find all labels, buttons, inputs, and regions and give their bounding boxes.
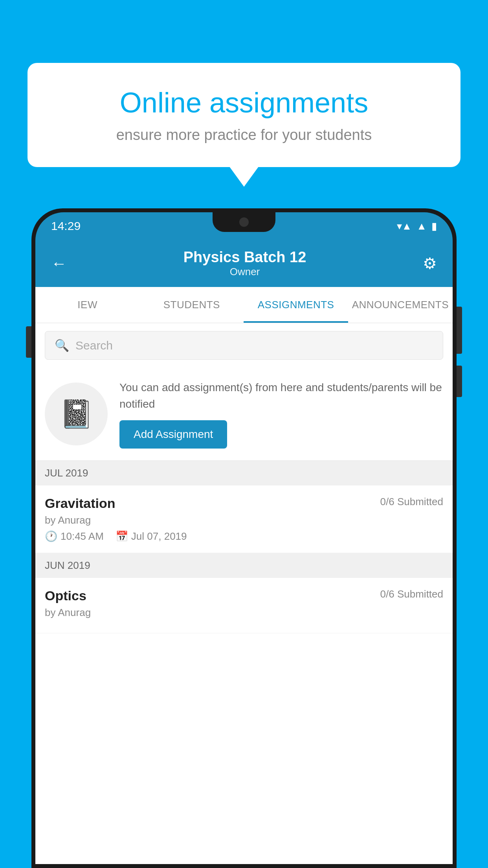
header-title: Physics Batch 12 — [183, 249, 306, 266]
assignment-submitted: 0/6 Submitted — [380, 496, 443, 508]
assignment-top-row-optics: Optics 0/6 Submitted — [45, 588, 443, 603]
tab-announcements[interactable]: ANNOUNCEMENTS — [348, 287, 453, 323]
assignment-title-optics: Optics — [45, 588, 86, 603]
app-header: ← Physics Batch 12 Owner ⚙ — [35, 240, 453, 287]
assignment-submitted-optics: 0/6 Submitted — [380, 588, 443, 600]
status-icons: ▾▲ ▲ ▮ — [397, 220, 437, 232]
search-icon: 🔍 — [55, 338, 69, 352]
assignment-meta: 🕐 10:45 AM 📅 Jul 07, 2019 — [45, 530, 443, 542]
speech-bubble-title: Online assignments — [55, 86, 433, 119]
speech-bubble: Online assignments ensure more practice … — [28, 63, 460, 167]
promo-description: You can add assignment(s) from here and … — [119, 379, 443, 412]
tab-assignments[interactable]: ASSIGNMENTS — [244, 287, 348, 323]
camera — [239, 217, 249, 227]
speech-bubble-container: Online assignments ensure more practice … — [28, 63, 460, 167]
phone-screen: 14:29 ▾▲ ▲ ▮ ← Physics Batch 12 Owner ⚙ … — [35, 212, 453, 864]
clock-icon: 🕐 — [45, 530, 57, 542]
tab-students[interactable]: STUDENTS — [139, 287, 244, 323]
assignment-time: 🕐 10:45 AM — [45, 530, 104, 542]
assignment-title: Gravitation — [45, 496, 115, 511]
header-title-group: Physics Batch 12 Owner — [183, 249, 306, 278]
assignment-by-optics: by Anurag — [45, 607, 443, 619]
header-subtitle: Owner — [183, 266, 306, 278]
assignment-by: by Anurag — [45, 514, 443, 526]
notch — [213, 212, 275, 232]
assignment-item-gravitation[interactable]: Gravitation 0/6 Submitted by Anurag 🕐 10… — [35, 485, 453, 553]
search-bar[interactable]: 🔍 Search — [45, 331, 443, 360]
add-assignment-button[interactable]: Add Assignment — [119, 420, 227, 449]
month-divider-jun: JUN 2019 — [35, 553, 453, 578]
calendar-icon: 📅 — [116, 530, 128, 542]
screen-content: 🔍 Search 📓 You can add assignment(s) fro… — [35, 323, 453, 864]
assignment-date: 📅 Jul 07, 2019 — [116, 530, 187, 542]
phone-frame: 14:29 ▾▲ ▲ ▮ ← Physics Batch 12 Owner ⚙ … — [31, 208, 457, 868]
speech-bubble-subtitle: ensure more practice for your students — [55, 127, 433, 143]
notebook-icon: 📓 — [59, 398, 94, 430]
power-button — [457, 307, 462, 354]
month-divider-jul: JUL 2019 — [35, 461, 453, 485]
back-button[interactable]: ← — [51, 255, 67, 272]
promo-icon-circle: 📓 — [45, 383, 108, 445]
settings-icon[interactable]: ⚙ — [423, 254, 437, 272]
status-time: 14:29 — [51, 219, 81, 233]
wifi-icon: ▾▲ — [397, 220, 412, 232]
promo-text-area: You can add assignment(s) from here and … — [119, 379, 443, 449]
tabs-bar: IEW STUDENTS ASSIGNMENTS ANNOUNCEMENTS — [35, 287, 453, 323]
search-placeholder: Search — [75, 339, 113, 352]
power-button-2 — [457, 366, 462, 397]
assignment-item-optics[interactable]: Optics 0/6 Submitted by Anurag — [35, 578, 453, 633]
assignment-top-row: Gravitation 0/6 Submitted — [45, 496, 443, 511]
battery-icon: ▮ — [431, 220, 437, 232]
signal-icon: ▲ — [416, 220, 427, 232]
promo-card: 📓 You can add assignment(s) from here an… — [35, 368, 453, 461]
volume-button — [26, 326, 31, 358]
search-bar-container: 🔍 Search — [35, 323, 453, 368]
tab-iew[interactable]: IEW — [35, 287, 139, 323]
